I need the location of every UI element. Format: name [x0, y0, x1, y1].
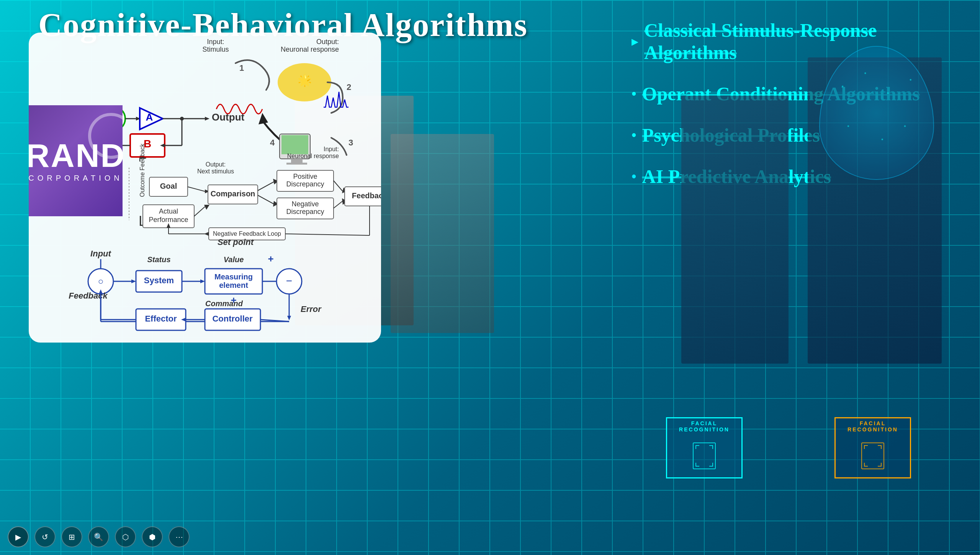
facial-left-label: FACIAL RECOGNITION — [667, 418, 741, 434]
input-stimulus-label: Input: — [207, 38, 224, 46]
toolbar: ▶ ↺ ⊞ 🔍 ⬡ ⬢ ⋯ — [8, 526, 190, 547]
svg-line-66 — [334, 201, 343, 208]
person-photo-2 — [391, 134, 494, 333]
svg-text:4: 4 — [270, 138, 275, 147]
svg-text:Effector: Effector — [145, 314, 177, 323]
svg-marker-90 — [200, 279, 205, 283]
rand-corporation: CORPORATION — [29, 174, 123, 183]
rand-logo: RAND CORPORATION — [29, 105, 123, 216]
refresh-button[interactable]: ↺ — [34, 526, 56, 547]
svg-text:Output: Output — [212, 111, 245, 123]
svg-text:element: element — [219, 281, 248, 289]
svg-text:Error: Error — [301, 304, 322, 314]
svg-text:1: 1 — [239, 63, 244, 73]
svg-text:⌐: ⌐ — [139, 150, 147, 166]
facial-recognition-panel-left: FACIAL RECOGNITION — [666, 417, 743, 478]
svg-marker-51 — [204, 205, 209, 210]
svg-text:Input: Input — [90, 249, 111, 258]
svg-text:Input:: Input: — [324, 146, 339, 152]
svg-text:Discrepancy: Discrepancy — [286, 180, 324, 188]
svg-text:○: ○ — [98, 276, 104, 286]
svg-marker-85 — [131, 279, 136, 283]
svg-text:+: + — [268, 253, 273, 264]
svg-rect-10 — [281, 135, 308, 154]
svg-marker-7 — [258, 113, 268, 124]
svg-text:Output:: Output: — [316, 38, 339, 46]
svg-text:Negative Feedback Loop: Negative Feedback Loop — [213, 230, 281, 237]
svg-text:2: 2 — [347, 82, 351, 92]
svg-text:3: 3 — [348, 138, 353, 147]
svg-text:Neuronal response: Neuronal response — [287, 153, 339, 159]
more-button[interactable]: ⋯ — [169, 526, 190, 547]
svg-line-73 — [285, 234, 370, 235]
svg-text:Neuronal response: Neuronal response — [281, 46, 339, 53]
svg-text:Negative: Negative — [291, 200, 319, 208]
svg-line-56 — [258, 195, 274, 204]
camera-button[interactable]: ⬢ — [142, 526, 163, 547]
svg-text:Status: Status — [147, 255, 170, 264]
svg-marker-30 — [205, 117, 209, 121]
svg-text:Feedback: Feedback — [69, 291, 108, 300]
svg-rect-12 — [286, 163, 307, 165]
svg-text:Comparison: Comparison — [211, 189, 255, 198]
facial-recognition-panel-right: FACIAL RECOGNITION — [834, 417, 911, 478]
main-card: RAND CORPORATION Input: Stimulus Output:… — [29, 33, 381, 343]
svg-line-48 — [188, 187, 205, 191]
svg-text:Controller: Controller — [212, 314, 253, 323]
svg-text:Measuring: Measuring — [214, 273, 253, 281]
play-button[interactable]: ▶ — [8, 526, 29, 547]
svg-text:Stimulus: Stimulus — [202, 46, 229, 53]
svg-text:A: A — [146, 111, 153, 123]
ai-brain-shape — [819, 46, 934, 180]
svg-text:Set point: Set point — [218, 237, 254, 247]
svg-text:Positive: Positive — [293, 173, 317, 180]
svg-text:Feedback: Feedback — [352, 191, 381, 200]
zoom-button[interactable]: 🔍 — [88, 526, 109, 547]
svg-marker-101 — [287, 316, 291, 320]
svg-rect-11 — [291, 159, 303, 163]
svg-text:Performance: Performance — [149, 216, 188, 224]
svg-text:Next stimulus: Next stimulus — [197, 168, 234, 175]
grid-button[interactable]: ⊞ — [61, 526, 82, 547]
svg-text:Output:: Output: — [206, 161, 226, 168]
svg-text:System: System — [144, 276, 174, 285]
svg-text:Value: Value — [224, 255, 244, 264]
svg-text:Command: Command — [205, 299, 243, 308]
stop-button[interactable]: ⬡ — [115, 526, 136, 547]
svg-text:−: − — [286, 275, 292, 287]
svg-text:Discrepancy: Discrepancy — [286, 208, 324, 215]
svg-text:Actual: Actual — [159, 207, 178, 215]
person-tech-1 — [681, 96, 789, 364]
facial-right-label: FACIAL RECOGNITION — [836, 418, 910, 434]
svg-text:Goal: Goal — [160, 182, 177, 190]
svg-line-54 — [258, 182, 274, 191]
svg-line-50 — [194, 207, 205, 216]
svg-text:🌟: 🌟 — [298, 73, 312, 87]
brain-dots — [820, 47, 933, 179]
svg-line-64 — [334, 181, 343, 191]
facial-left-icon — [667, 434, 741, 477]
facial-right-icon — [836, 434, 910, 477]
